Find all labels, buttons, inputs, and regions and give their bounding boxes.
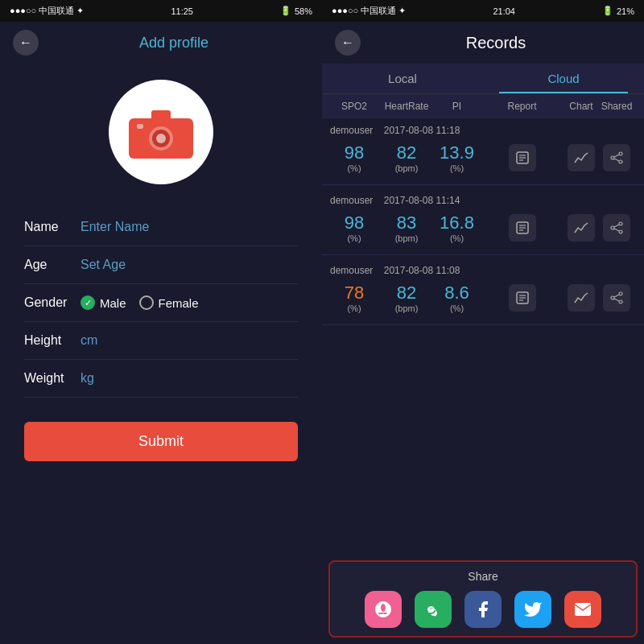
height-input[interactable] — [80, 333, 298, 348]
chart-icon-1[interactable] — [568, 214, 595, 242]
share-email-button[interactable] — [564, 591, 601, 628]
carrier-right: ●●●○○ 中国联通 ✦ — [332, 5, 406, 17]
name-input[interactable] — [80, 220, 298, 234]
svg-point-4 — [156, 134, 166, 143]
top-bar-right: ← Records — [322, 22, 644, 64]
weight-input[interactable] — [80, 371, 298, 386]
record-row-2: 78 (%) 82 (bpm) 8.6 (%) — [322, 279, 644, 316]
share-icons — [338, 591, 628, 628]
hr-unit-1: (bpm) — [395, 233, 419, 243]
th-report: Report — [479, 101, 565, 112]
svg-point-28 — [619, 292, 622, 295]
share-facebook-button[interactable] — [464, 591, 502, 628]
weight-label: Weight — [24, 371, 80, 386]
page-title-right: Records — [361, 34, 631, 52]
share-icon-0[interactable] — [603, 144, 630, 171]
pi-value-2: 8.6 — [444, 283, 469, 303]
record-group-1: demouser 2017-08-08 11:14 98 (%) 83 (bpm… — [322, 188, 644, 255]
share-title: Share — [338, 570, 628, 583]
radio-female-unchecked — [139, 295, 154, 310]
battery-icon-right: 🔋 — [602, 6, 613, 16]
svg-line-22 — [614, 225, 619, 227]
submit-button[interactable]: Submit — [24, 422, 298, 461]
record-share-btn-1[interactable] — [597, 214, 636, 242]
pi-value-1: 16.8 — [440, 213, 474, 233]
pi-unit-0: (%) — [450, 163, 464, 173]
spo2-value-1: 98 — [345, 213, 364, 233]
status-bar-right: ●●●○○ 中国联通 ✦ 21:04 🔋 21% — [322, 0, 644, 22]
table-header: SPO2 HeartRate PI Report Chart Shared — [322, 93, 644, 118]
svg-rect-1 — [151, 110, 171, 122]
battery-text-right: 21% — [617, 6, 634, 16]
pi-unit-1: (%) — [450, 233, 464, 243]
height-label: Height — [24, 333, 80, 348]
share-qq-button[interactable] — [365, 591, 402, 628]
right-panel: ●●●○○ 中国联通 ✦ 21:04 🔋 21% ← Records Local… — [322, 0, 644, 644]
record-share-btn-2[interactable] — [597, 284, 636, 312]
svg-point-12 — [611, 156, 614, 159]
record-datetime-1: 2017-08-08 11:14 — [384, 195, 460, 206]
carrier-text-left: ●●●○○ 中国联通 ✦ — [10, 5, 84, 17]
svg-point-29 — [619, 300, 622, 303]
svg-point-21 — [611, 226, 614, 229]
avatar-photo-picker[interactable] — [109, 80, 213, 184]
th-pi: PI — [435, 101, 479, 112]
tab-local[interactable]: Local — [322, 64, 483, 93]
camera-icon — [129, 106, 193, 159]
gender-male-label: Male — [100, 296, 126, 310]
status-bar-left: ●●●○○ 中国联通 ✦ 11:25 🔋 58% — [0, 0, 322, 22]
age-row: Age — [24, 246, 298, 284]
record-spo2-2: 78 (%) — [330, 283, 378, 313]
hr-value-1: 83 — [397, 213, 416, 233]
report-icon-2[interactable] — [509, 284, 536, 312]
battery-icon-left: 🔋 — [280, 6, 291, 16]
report-icon-1[interactable] — [509, 214, 536, 242]
hr-value-0: 82 — [397, 142, 416, 163]
back-button-right[interactable]: ← — [335, 30, 361, 56]
record-datetime-0: 2017-08-08 11:18 — [384, 125, 460, 136]
svg-point-19 — [619, 222, 622, 225]
back-button-left[interactable]: ← — [13, 30, 39, 56]
chart-icon-2[interactable] — [568, 284, 595, 312]
share-icon-2[interactable] — [603, 284, 630, 312]
gender-female-label: Female — [159, 296, 199, 310]
height-row: Height — [24, 322, 298, 360]
record-report-btn-1[interactable] — [479, 214, 565, 242]
record-share-btn-0[interactable] — [597, 144, 636, 171]
chart-icon-0[interactable] — [568, 144, 595, 171]
spo2-value-2: 78 — [345, 283, 364, 303]
gender-label: Gender — [24, 295, 80, 310]
gender-male-option[interactable]: ✓ Male — [80, 295, 126, 310]
record-user-0: demouser — [330, 125, 373, 136]
record-meta-0: demouser 2017-08-08 11:18 — [322, 118, 644, 139]
record-pi-2: 8.6 (%) — [435, 283, 479, 313]
age-input[interactable] — [80, 258, 298, 272]
hr-unit-2: (bpm) — [395, 303, 419, 313]
page-title-left: Add profile — [39, 35, 309, 52]
svg-rect-5 — [137, 124, 143, 129]
left-panel: ●●●○○ 中国联通 ✦ 11:25 🔋 58% ← Add profile N… — [0, 0, 322, 644]
profile-form: Name Age Gender ✓ Male Female Height — [0, 208, 322, 398]
record-chart-btn-2[interactable] — [565, 284, 597, 312]
name-row: Name — [24, 208, 298, 246]
carrier-left: ●●●○○ 中国联通 ✦ — [10, 5, 84, 17]
battery-left: 🔋 58% — [280, 6, 312, 16]
share-panel: Share — [328, 560, 638, 638]
gender-female-option[interactable]: Female — [139, 295, 199, 310]
record-report-btn-0[interactable] — [479, 144, 565, 171]
record-chart-btn-0[interactable] — [565, 144, 597, 171]
battery-right: 🔋 21% — [602, 6, 634, 16]
record-datetime-2: 2017-08-08 11:08 — [384, 265, 460, 276]
record-chart-btn-1[interactable] — [565, 214, 597, 242]
records-list: demouser 2017-08-08 11:18 98 (%) 82 (bpm… — [322, 118, 644, 554]
hr-value-2: 82 — [397, 283, 416, 303]
share-twitter-button[interactable] — [514, 591, 551, 628]
tab-cloud[interactable]: Cloud — [483, 64, 644, 93]
report-icon-0[interactable] — [509, 144, 536, 171]
share-icon-1[interactable] — [603, 214, 630, 242]
svg-point-10 — [619, 152, 622, 155]
record-report-btn-2[interactable] — [479, 284, 565, 312]
svg-point-30 — [611, 296, 614, 299]
share-wechat-button[interactable] — [415, 591, 452, 628]
th-heartrate: HeartRate — [378, 101, 435, 112]
